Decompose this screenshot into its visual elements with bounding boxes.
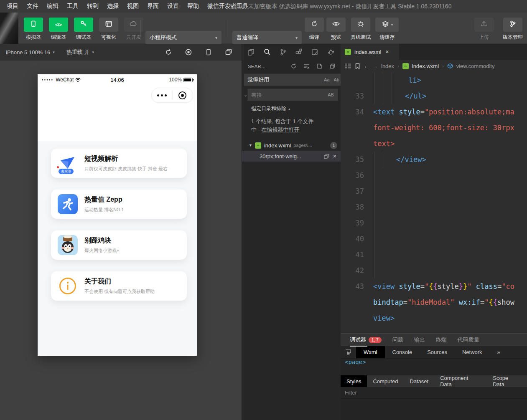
menu-edit[interactable]: 编辑 xyxy=(43,3,63,10)
tab-problems[interactable]: 问题 xyxy=(392,336,403,344)
device-select[interactable]: iPhone 5 100% 16▾ xyxy=(0,44,61,61)
breadcrumb-file[interactable]: index.wxml xyxy=(412,63,439,69)
tree-expand-icon[interactable]: ▼ xyxy=(249,143,252,147)
match-case-toggle[interactable]: Aa xyxy=(323,76,331,83)
search-input[interactable] xyxy=(247,77,321,83)
teapot-icon[interactable] xyxy=(326,48,336,56)
preview-button[interactable]: 预览 xyxy=(326,13,346,44)
tab-more[interactable]: » xyxy=(490,346,508,358)
compile-button[interactable]: 编译 xyxy=(304,13,324,44)
devtools-tab-bar: Wxml Console Sources Network » xyxy=(341,346,527,359)
menu-interface[interactable]: 界面 xyxy=(143,3,163,10)
menu-select[interactable]: 选择 xyxy=(103,3,123,10)
breadcrumb-symbol[interactable]: view.commodity xyxy=(456,63,495,69)
tab-dataset[interactable]: Dataset xyxy=(404,375,434,387)
open-in-editor-link[interactable]: 在编辑器中打开 xyxy=(262,127,300,133)
preserve-case-toggle[interactable]: AB xyxy=(326,91,335,98)
replace-expand-chevron[interactable]: ⌄ xyxy=(244,92,247,98)
tab-component-data[interactable]: Component Data xyxy=(434,375,487,387)
clear-results-icon[interactable] xyxy=(303,63,310,69)
menu-settings[interactable]: 设置 xyxy=(163,3,183,10)
list-item-subtitle: 不会使用 或有问题可点我获取帮助 xyxy=(84,288,155,295)
menu-help[interactable]: 帮助 xyxy=(183,3,203,10)
device-frame-icon[interactable] xyxy=(205,48,212,56)
device-debug-button[interactable]: 真机调试 xyxy=(348,13,374,44)
whole-word-toggle[interactable]: Ab xyxy=(332,76,340,83)
menu-tools[interactable]: 工具 xyxy=(63,3,83,10)
tab-styles[interactable]: Styles xyxy=(341,375,367,387)
styles-filter-input[interactable] xyxy=(341,390,424,396)
editor-button[interactable]: </> 编辑器 xyxy=(48,13,69,44)
record-icon[interactable] xyxy=(185,48,192,56)
code-line: 43<view style="{{style}}" class="co xyxy=(341,278,527,294)
package-icon[interactable] xyxy=(311,48,319,56)
refresh-search-icon[interactable] xyxy=(290,63,297,69)
dismiss-match-icon[interactable]: × xyxy=(333,153,336,159)
user-avatar[interactable] xyxy=(0,13,18,44)
menu-file[interactable]: 文件 xyxy=(23,3,43,10)
result-file-row[interactable]: ▼ ‹› index.wxml pages\i... 1 xyxy=(242,140,341,151)
files-icon[interactable] xyxy=(247,48,255,56)
result-match-row[interactable]: 30rpx;font-weig... × xyxy=(242,151,341,162)
tab-scope-data[interactable]: Scope Data xyxy=(487,375,527,387)
code-line: 36 xyxy=(341,167,527,183)
code-line: 38 xyxy=(341,199,527,215)
tab-network[interactable]: Network xyxy=(455,346,490,358)
list-item-zepp[interactable]: 热量值 Zepp 运动热量 排名NO.1 xyxy=(51,190,187,219)
new-search-editor-icon[interactable] xyxy=(316,63,323,69)
forward-arrow-icon[interactable]: → xyxy=(372,63,378,69)
close-tab-icon[interactable]: × xyxy=(385,48,389,55)
list-item-title: 关于我们 xyxy=(84,277,155,286)
wechat-devtools-window: 项目 文件 编辑 工具 转到 选择 视图 界面 设置 帮助 微信开发者工具 引流… xyxy=(0,0,527,420)
list-item-about[interactable]: 关于我们 不会使用 或有问题可点我获取帮助 xyxy=(51,271,187,301)
debugger-button[interactable]: 调试器 xyxy=(74,13,94,44)
replace-match-icon[interactable] xyxy=(323,153,330,159)
simulator-button[interactable]: 模拟器 xyxy=(23,13,43,44)
tab-index-wxml[interactable]: ‹› index.wxml × xyxy=(341,44,399,60)
tab-console[interactable]: Console xyxy=(385,346,420,358)
debugger-tab-bar: 调试器 1, 7 问题 输出 终端 代码质量 xyxy=(341,334,527,346)
simulator-toolbar: iPhone 5 100% 16▾ 热重载 开▾ xyxy=(0,44,242,61)
tab-sources[interactable]: Sources xyxy=(420,346,455,358)
styles-filter-row xyxy=(341,387,527,399)
clear-cache-button[interactable]: ▾ 清缓存 xyxy=(375,13,399,44)
upload-button[interactable]: 上传 xyxy=(474,13,494,44)
collapse-all-icon[interactable] xyxy=(329,63,336,69)
tab-wxml[interactable]: Wxml xyxy=(356,346,385,358)
code-line: 41 xyxy=(341,247,527,263)
version-control-button[interactable]: 版本管理 xyxy=(501,13,525,44)
inspect-element-icon[interactable] xyxy=(341,346,356,358)
outline-icon[interactable] xyxy=(345,63,351,69)
result-count-badge: 1 xyxy=(330,142,337,149)
list-item-video-parse[interactable]: 去水印 短视频解析 目前仅可皮皮虾 皮皮搞笑 快手 抖音 最右 xyxy=(51,149,187,178)
menu-project[interactable]: 项目 xyxy=(3,3,23,10)
code-rows[interactable]: li>33</ul>34<text style="position:absolu… xyxy=(341,72,527,333)
breadcrumb-folder[interactable]: index xyxy=(381,63,394,69)
search-icon[interactable] xyxy=(263,48,271,56)
list-item-game[interactable]: 别踩鸡块 爆火网络小游戏+ xyxy=(51,230,187,260)
refresh-simulator-icon[interactable] xyxy=(165,48,172,56)
more-icon[interactable] xyxy=(152,94,172,96)
hot-reload-select[interactable]: 热重载 开▾ xyxy=(61,44,100,61)
replace-input[interactable] xyxy=(251,92,325,98)
files-include-toggle[interactable]: 指定目录和排除 ▲ xyxy=(242,101,341,112)
home-icon[interactable] xyxy=(173,91,193,99)
menu-view[interactable]: 视图 xyxy=(123,3,143,10)
code-line: 34<text style="position:absolute;ma xyxy=(341,104,527,120)
capsule-button[interactable] xyxy=(151,88,193,103)
git-branch-icon[interactable] xyxy=(279,48,287,56)
tab-code-quality[interactable]: 代码质量 xyxy=(458,336,479,344)
tab-terminal[interactable]: 终端 xyxy=(436,336,447,344)
bookmark-icon[interactable] xyxy=(355,63,360,69)
mode-select[interactable]: 小程序模式▾ xyxy=(145,31,221,44)
extensions-icon[interactable] xyxy=(295,48,303,56)
tab-debugger[interactable]: 调试器 1, 7 xyxy=(350,336,382,344)
back-arrow-icon[interactable]: ← xyxy=(364,63,369,69)
tab-computed[interactable]: Computed xyxy=(367,375,404,387)
search-header: SEAR... xyxy=(242,61,341,71)
visualize-button[interactable]: 可视化 xyxy=(99,13,119,44)
compile-mode-select[interactable]: 普通编译▾ xyxy=(232,31,302,44)
multi-window-icon[interactable] xyxy=(225,48,232,56)
menu-goto[interactable]: 转到 xyxy=(83,3,103,10)
tab-output[interactable]: 输出 xyxy=(414,336,425,344)
